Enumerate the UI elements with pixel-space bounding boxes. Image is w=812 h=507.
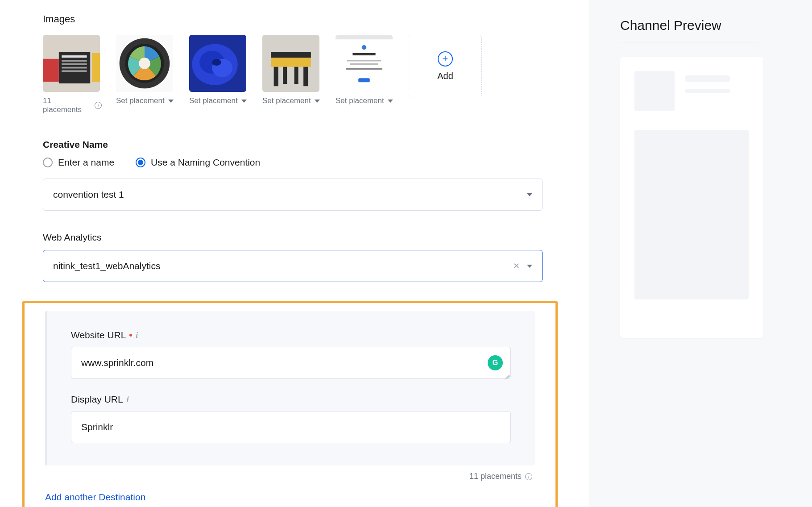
destination-panel: Website URL i G Display URL i <box>45 311 535 465</box>
skeleton-body <box>634 130 749 299</box>
channel-preview-sidebar: Channel Preview <box>589 0 812 507</box>
display-url-label: Display URL i <box>71 394 511 405</box>
image-item-3: Set placement <box>189 35 248 114</box>
chevron-down-icon <box>527 193 532 196</box>
skeleton-line <box>685 89 730 93</box>
image-thumbnail[interactable] <box>262 35 319 92</box>
display-url-input-wrap <box>71 411 511 443</box>
grammarly-icon[interactable]: G <box>488 355 503 370</box>
webpage-image <box>336 35 393 92</box>
svg-rect-6 <box>62 63 87 65</box>
caption-text: 11 placements <box>43 96 92 114</box>
svg-point-27 <box>362 45 366 50</box>
radio-enter-name[interactable]: Enter a name <box>43 157 114 168</box>
web-analytics-select[interactable]: nitink_test1_webAnalytics ✕ <box>43 250 543 282</box>
skeleton-line <box>685 75 730 82</box>
chevron-down-icon <box>168 100 174 103</box>
add-destination-link[interactable]: Add another Destination <box>45 492 145 503</box>
wheel-image <box>116 35 173 92</box>
svg-point-17 <box>212 59 221 66</box>
display-url-input[interactable] <box>71 411 511 443</box>
svg-rect-26 <box>336 35 393 39</box>
svg-rect-28 <box>352 53 375 55</box>
radio-icon <box>43 158 53 167</box>
svg-rect-29 <box>347 60 381 61</box>
svg-rect-31 <box>346 68 382 70</box>
select-value: nitink_test1_webAnalytics <box>53 261 160 271</box>
web-analytics-label: Web Analytics <box>43 232 589 243</box>
image-thumbnail[interactable] <box>43 35 100 92</box>
set-placement-dropdown[interactable]: Set placement <box>262 96 321 105</box>
website-url-input-wrap: G <box>71 347 511 379</box>
svg-rect-21 <box>274 67 278 87</box>
caption-text: Set placement <box>116 96 165 105</box>
skeleton-avatar <box>634 71 675 111</box>
add-image-button[interactable]: + Add <box>409 35 482 97</box>
svg-rect-4 <box>62 55 87 58</box>
images-row: 11 placements Set place <box>43 35 589 114</box>
images-heading: Images <box>43 13 589 25</box>
chevron-down-icon <box>315 100 320 103</box>
caption-text: Set placement <box>189 96 238 105</box>
image-thumbnail[interactable] <box>336 35 393 92</box>
svg-rect-5 <box>62 60 87 62</box>
resize-handle[interactable] <box>505 373 510 378</box>
svg-rect-7 <box>62 67 87 69</box>
info-icon[interactable] <box>95 102 102 109</box>
radio-icon-checked <box>136 158 145 167</box>
clear-icon[interactable]: ✕ <box>513 261 520 271</box>
add-label: Add <box>437 71 453 81</box>
channel-preview-title: Channel Preview <box>620 18 758 42</box>
set-placement-dropdown[interactable]: Set placement <box>336 96 394 105</box>
svg-rect-20 <box>271 52 311 58</box>
radio-label: Use a Naming Convention <box>151 157 260 168</box>
info-icon[interactable]: i <box>127 395 129 404</box>
placements-caption: 11 placements <box>43 96 102 114</box>
svg-rect-22 <box>303 67 308 87</box>
svg-rect-32 <box>358 78 370 82</box>
svg-point-12 <box>139 58 150 69</box>
info-icon[interactable] <box>525 473 532 480</box>
caption-text: Set placement <box>336 96 384 105</box>
image-thumbnail[interactable] <box>116 35 173 92</box>
svg-rect-30 <box>350 63 378 65</box>
info-icon[interactable]: i <box>136 331 138 340</box>
radio-label: Enter a name <box>58 157 114 168</box>
image-item-4: Set placement <box>262 35 321 114</box>
image-item-2: Set placement <box>116 35 175 114</box>
image-item-1: 11 placements <box>43 35 102 114</box>
convention-select[interactable]: convention test 1 <box>43 179 543 211</box>
set-placement-dropdown[interactable]: Set placement <box>189 96 248 105</box>
image-thumbnail[interactable] <box>189 35 246 92</box>
chevron-down-icon <box>241 100 247 103</box>
caption-text: Set placement <box>262 96 311 105</box>
set-placement-dropdown[interactable]: Set placement <box>116 96 175 105</box>
creative-name-label: Creative Name <box>43 139 589 150</box>
radio-naming-convention[interactable]: Use a Naming Convention <box>136 157 260 168</box>
chevron-down-icon <box>527 265 532 268</box>
creative-name-radio-group: Enter a name Use a Naming Convention <box>43 157 589 168</box>
storefront-image <box>43 35 100 92</box>
destination-highlight-panel: Website URL i G Display URL i 11 placeme… <box>22 301 558 507</box>
plus-circle-icon: + <box>438 51 453 66</box>
required-indicator <box>129 334 132 337</box>
svg-rect-8 <box>62 70 87 72</box>
svg-rect-24 <box>294 67 298 84</box>
svg-rect-3 <box>92 53 100 82</box>
placements-count: 11 placements <box>45 472 532 481</box>
select-value: convention test 1 <box>53 189 124 200</box>
website-url-label: Website URL i <box>71 330 511 341</box>
flower-image <box>189 35 246 92</box>
image-item-5: Set placement <box>336 35 394 114</box>
website-url-input[interactable] <box>71 347 511 379</box>
chevron-down-icon <box>388 100 393 103</box>
svg-rect-1 <box>43 59 59 82</box>
preview-card <box>620 57 763 338</box>
svg-rect-23 <box>283 67 287 84</box>
robot-image <box>262 35 319 92</box>
